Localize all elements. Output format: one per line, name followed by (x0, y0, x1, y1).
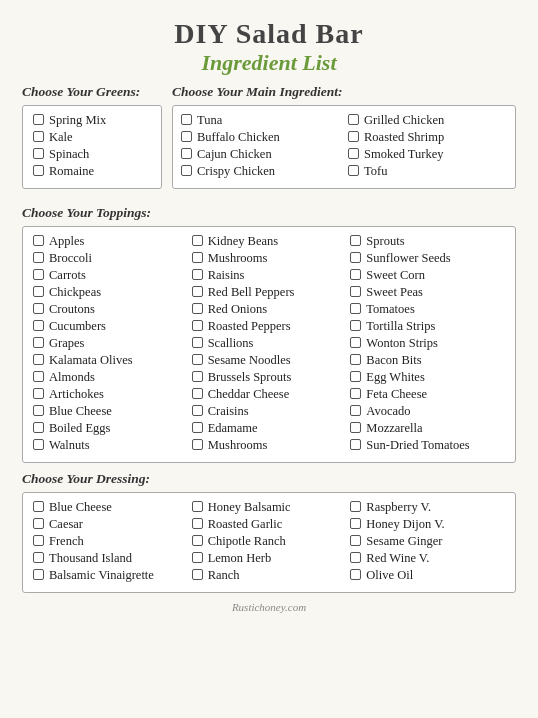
list-item[interactable]: Chipotle Ranch (192, 534, 347, 549)
list-item[interactable]: Raspberry V. (350, 500, 505, 515)
list-item[interactable]: Sesame Ginger (350, 534, 505, 549)
list-item[interactable]: Tomatoes (350, 302, 505, 317)
list-item[interactable]: Olive Oil (350, 568, 505, 583)
list-item[interactable]: Carrots (33, 268, 188, 283)
list-item[interactable]: Tofu (348, 164, 507, 179)
list-item[interactable]: Almonds (33, 370, 188, 385)
item-label: Chipotle Ranch (208, 534, 286, 549)
item-label: Carrots (49, 268, 86, 283)
item-label: Chickpeas (49, 285, 101, 300)
list-item[interactable]: Sun-Dried Tomatoes (350, 438, 505, 453)
checkbox-icon (192, 320, 203, 331)
list-item[interactable]: Red Bell Peppers (192, 285, 347, 300)
list-item[interactable]: Apples (33, 234, 188, 249)
checkbox-icon (181, 148, 192, 159)
list-item[interactable]: Balsamic Vinaigrette (33, 568, 188, 583)
list-item[interactable]: Croutons (33, 302, 188, 317)
list-item[interactable]: Ranch (192, 568, 347, 583)
item-label: Sesame Noodles (208, 353, 291, 368)
list-item[interactable]: Scallions (192, 336, 347, 351)
list-item[interactable]: Grilled Chicken (348, 113, 507, 128)
list-item[interactable]: Roasted Peppers (192, 319, 347, 334)
list-item[interactable]: Smoked Turkey (348, 147, 507, 162)
item-label: Wonton Strips (366, 336, 438, 351)
list-item[interactable]: Sweet Peas (350, 285, 505, 300)
list-item[interactable]: Spring Mix (33, 113, 151, 128)
list-item[interactable]: Roasted Garlic (192, 517, 347, 532)
item-label: Red Onions (208, 302, 267, 317)
list-item[interactable]: Lemon Herb (192, 551, 347, 566)
list-item[interactable]: Brussels Sprouts (192, 370, 347, 385)
list-item[interactable]: Crispy Chicken (181, 164, 340, 179)
list-item[interactable]: Red Wine V. (350, 551, 505, 566)
list-item[interactable]: Blue Cheese (33, 500, 188, 515)
item-label: Avocado (366, 404, 410, 419)
list-item[interactable]: Kale (33, 130, 151, 145)
list-item[interactable]: Sunflower Seeds (350, 251, 505, 266)
item-label: Spring Mix (49, 113, 106, 128)
list-item[interactable]: Kidney Beans (192, 234, 347, 249)
list-item[interactable]: Sprouts (350, 234, 505, 249)
list-item[interactable]: Mozzarella (350, 421, 505, 436)
list-item[interactable]: Feta Cheese (350, 387, 505, 402)
checkbox-icon (33, 354, 44, 365)
checkbox-icon (348, 165, 359, 176)
list-item[interactable]: French (33, 534, 188, 549)
item-label: Boiled Eggs (49, 421, 110, 436)
list-item[interactable]: Mushrooms (192, 251, 347, 266)
list-item[interactable]: Wonton Strips (350, 336, 505, 351)
checkbox-icon (348, 148, 359, 159)
item-label: Feta Cheese (366, 387, 427, 402)
item-label: Cajun Chicken (197, 147, 272, 162)
checkbox-icon (192, 337, 203, 348)
item-label: Roasted Garlic (208, 517, 283, 532)
list-item[interactable]: Bacon Bits (350, 353, 505, 368)
list-item[interactable]: Honey Balsamic (192, 500, 347, 515)
list-item[interactable]: Tuna (181, 113, 340, 128)
dressing-col3: Raspberry V.Honey Dijon V.Sesame GingerR… (350, 500, 505, 585)
checkbox-icon (350, 235, 361, 246)
item-label: French (49, 534, 84, 549)
list-item[interactable]: Boiled Eggs (33, 421, 188, 436)
list-item[interactable]: Artichokes (33, 387, 188, 402)
list-item[interactable]: Spinach (33, 147, 151, 162)
list-item[interactable]: Romaine (33, 164, 151, 179)
checkbox-icon (350, 439, 361, 450)
list-item[interactable]: Caesar (33, 517, 188, 532)
list-item[interactable]: Chickpeas (33, 285, 188, 300)
list-item[interactable]: Sesame Noodles (192, 353, 347, 368)
toppings-box: ApplesBroccoliCarrotsChickpeasCroutonsCu… (22, 226, 516, 463)
list-item[interactable]: Sweet Corn (350, 268, 505, 283)
item-label: Grapes (49, 336, 84, 351)
checkbox-icon (350, 422, 361, 433)
item-label: Apples (49, 234, 84, 249)
checkbox-icon (350, 286, 361, 297)
checkbox-icon (181, 165, 192, 176)
list-item[interactable]: Avocado (350, 404, 505, 419)
item-label: Crispy Chicken (197, 164, 275, 179)
item-label: Honey Balsamic (208, 500, 291, 515)
list-item[interactable]: Cheddar Cheese (192, 387, 347, 402)
list-item[interactable]: Mushrooms (192, 438, 347, 453)
list-item[interactable]: Egg Whites (350, 370, 505, 385)
list-item[interactable]: Cucumbers (33, 319, 188, 334)
list-item[interactable]: Blue Cheese (33, 404, 188, 419)
list-item[interactable]: Roasted Shrimp (348, 130, 507, 145)
list-item[interactable]: Cajun Chicken (181, 147, 340, 162)
list-item[interactable]: Tortilla Strips (350, 319, 505, 334)
list-item[interactable]: Honey Dijon V. (350, 517, 505, 532)
checkbox-icon (33, 148, 44, 159)
checkbox-icon (33, 131, 44, 142)
item-label: Raisins (208, 268, 245, 283)
list-item[interactable]: Grapes (33, 336, 188, 351)
list-item[interactable]: Buffalo Chicken (181, 130, 340, 145)
dressing-label: Choose Your Dressing: (22, 471, 516, 487)
list-item[interactable]: Edamame (192, 421, 347, 436)
list-item[interactable]: Thousand Island (33, 551, 188, 566)
list-item[interactable]: Craisins (192, 404, 347, 419)
list-item[interactable]: Red Onions (192, 302, 347, 317)
list-item[interactable]: Raisins (192, 268, 347, 283)
list-item[interactable]: Kalamata Olives (33, 353, 188, 368)
list-item[interactable]: Walnuts (33, 438, 188, 453)
list-item[interactable]: Broccoli (33, 251, 188, 266)
